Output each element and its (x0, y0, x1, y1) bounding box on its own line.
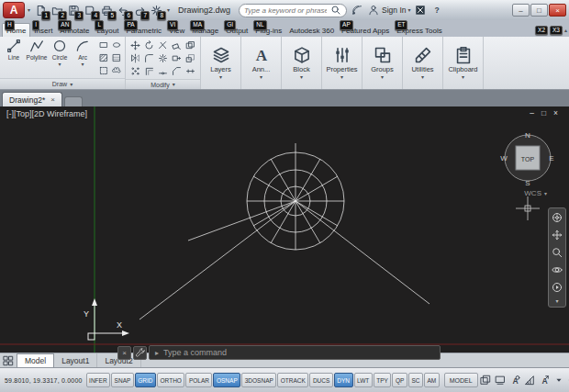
draw-tool-rectangle[interactable] (97, 39, 109, 50)
panel-clipboard[interactable]: Clipboard▾ (443, 37, 484, 89)
viewcube-west-label[interactable]: W (500, 154, 508, 162)
toggle-snap[interactable]: SNAP (111, 373, 134, 387)
app-menu-caret-icon[interactable]: ▾ (28, 7, 30, 13)
command-customize-icon[interactable] (133, 346, 147, 360)
modify-tool-chamfer[interactable] (170, 64, 184, 77)
layout-tabs-menu-icon[interactable] (3, 353, 14, 367)
file-tab-close-icon[interactable]: × (50, 95, 55, 104)
ribbon-tab-output[interactable]: GIOutput (222, 24, 251, 37)
panel-block[interactable]: Block▾ (282, 37, 322, 89)
toggle-polar[interactable]: POLAR (185, 373, 212, 387)
ribbon-tab-insert[interactable]: IInsert (30, 24, 56, 37)
toggle-ducs[interactable]: DUCS (309, 373, 332, 387)
ribbon-tab-express-tools[interactable]: ETExpress Tools (393, 24, 446, 37)
sign-in-button[interactable]: Sign In ▾ (366, 4, 410, 17)
toggle-otrack[interactable]: OTRACK (277, 373, 308, 387)
toggle-grid[interactable]: GRID (135, 373, 156, 387)
modify-tool-rotate[interactable] (142, 39, 156, 51)
panel-properties[interactable]: Properties▾ (322, 37, 363, 89)
ribbon-tab-view[interactable]: VIView (165, 24, 188, 37)
panel-annotation[interactable]: AAnn...▾ (241, 37, 282, 89)
coordinates-readout[interactable]: 59.8010, 19.3317, 0.0000 (2, 377, 85, 384)
modify-tool-array[interactable] (128, 64, 142, 77)
status-menu-caret-icon[interactable] (552, 373, 566, 387)
open-button[interactable]: 2 (50, 2, 65, 18)
modify-panel-title[interactable]: Modify▾ (126, 79, 200, 89)
file-tab-drawing2[interactable]: Drawing2* × (2, 92, 62, 106)
communication-center-icon[interactable] (350, 4, 363, 17)
status-qv-layouts-icon[interactable] (479, 373, 493, 387)
nav-pan-icon[interactable] (551, 229, 563, 241)
viewport-minimize-icon[interactable]: – (530, 108, 534, 118)
viewcube-east-label[interactable]: E (549, 154, 553, 162)
search-input[interactable] (244, 6, 327, 15)
maximize-button[interactable]: □ (530, 4, 548, 17)
toggle-infer[interactable]: INFER (86, 373, 111, 387)
draw-panel-title[interactable]: Draw▾ (0, 78, 125, 89)
qat-menu-caret-icon[interactable]: ▾ (167, 7, 170, 13)
toggle-3dosnap[interactable]: 3DOSNAP (241, 373, 276, 387)
viewcube-north-label[interactable]: N (525, 131, 530, 140)
new-file-tab-button[interactable] (64, 96, 83, 106)
nav-wheel-icon[interactable] (551, 211, 563, 224)
application-menu-button[interactable]: A (3, 2, 25, 18)
modify-tool-lengthen[interactable] (184, 64, 197, 77)
status-annotation-visibility-icon[interactable]: A (508, 373, 522, 387)
draw-tool-circle[interactable]: Circle▾ (49, 39, 71, 67)
toggle-qp[interactable]: QP (392, 373, 407, 387)
viewport-controls-label[interactable]: [-][Top][2D Wireframe] (6, 109, 87, 118)
modify-tool-copy[interactable] (184, 39, 197, 51)
status-qv-drawings-icon[interactable] (494, 373, 508, 387)
ribbon-tab-plug-ins[interactable]: NLPlug-ins (251, 24, 285, 37)
saveas-button[interactable]: 4 (83, 2, 98, 18)
search-icon[interactable] (329, 4, 341, 17)
draw-tool-hatch[interactable] (97, 51, 109, 63)
nav-zoom-icon[interactable] (551, 246, 563, 259)
undo-button[interactable]: 6 (116, 2, 131, 18)
close-button[interactable]: × (549, 4, 566, 17)
ribbon-tab-featured-apps[interactable]: APFeatured Apps (338, 24, 393, 37)
ribbon-tab-annotate[interactable]: ANAnnotate (56, 24, 93, 37)
panel-groups[interactable]: Groups▾ (363, 37, 403, 89)
status-autoscale-icon[interactable]: A (538, 373, 552, 387)
modify-tool-move[interactable] (128, 39, 142, 51)
toggle-am[interactable]: AM (424, 373, 440, 387)
model-space-canvas[interactable]: YX (0, 106, 569, 353)
model-space-button[interactable]: MODEL (444, 373, 478, 387)
panel-utilities[interactable]: Utilities▾ (403, 37, 443, 89)
modify-tool-mirror[interactable] (128, 51, 142, 64)
modify-tool-stretch[interactable] (170, 51, 184, 64)
toggle-sc[interactable]: SC (408, 373, 423, 387)
modify-tool-trim[interactable] (156, 39, 170, 51)
minimize-button[interactable]: – (512, 4, 530, 17)
view-cube[interactable]: TOP N W E S (497, 127, 558, 191)
viewport-restore-icon[interactable]: □ (541, 108, 546, 118)
draw-tool-ellipse[interactable] (110, 39, 122, 50)
toggle-tpy[interactable]: TPY (374, 373, 392, 387)
modify-tool-offset[interactable] (142, 64, 156, 77)
plot-button[interactable]: 5 (99, 2, 115, 18)
panel-layers[interactable]: Layers▾ (201, 37, 241, 89)
drawing-area[interactable]: YX [-][Top][2D Wireframe] – □ × TOP N W … (0, 106, 569, 353)
toggle-dyn[interactable]: DYN (334, 373, 353, 387)
ribbon-tab-autodesk-360[interactable]: Autodesk 360 (285, 24, 338, 37)
nav-motion-icon[interactable] (551, 281, 563, 294)
status-annotation-scale-icon[interactable] (523, 373, 537, 387)
viewcube-south-label[interactable]: S (525, 179, 530, 187)
viewport-close-icon[interactable]: × (553, 108, 558, 118)
ribbon-tab-parametric[interactable]: PAParametric (122, 24, 165, 37)
modify-tool-explode[interactable] (156, 51, 170, 64)
command-close-icon[interactable]: × (117, 346, 131, 360)
ribbon-tab-manage[interactable]: MAManage (188, 24, 222, 37)
nav-menu-caret-icon[interactable]: ▾ (555, 298, 558, 304)
exchange-apps-icon[interactable] (414, 4, 428, 17)
draw-tool-revcloud[interactable] (110, 64, 122, 76)
toggle-ortho[interactable]: ORTHO (157, 373, 184, 387)
ribbon-tab-layout[interactable]: LLayout (93, 24, 122, 37)
help-icon[interactable]: ? (430, 4, 444, 17)
save-button[interactable]: 3 (66, 2, 82, 18)
toggle-lwt[interactable]: LWT (354, 373, 373, 387)
draw-tool-line[interactable]: Line (3, 39, 25, 67)
ribbon-tab-home[interactable]: HHome (2, 23, 30, 37)
nav-orbit-icon[interactable] (551, 263, 563, 276)
